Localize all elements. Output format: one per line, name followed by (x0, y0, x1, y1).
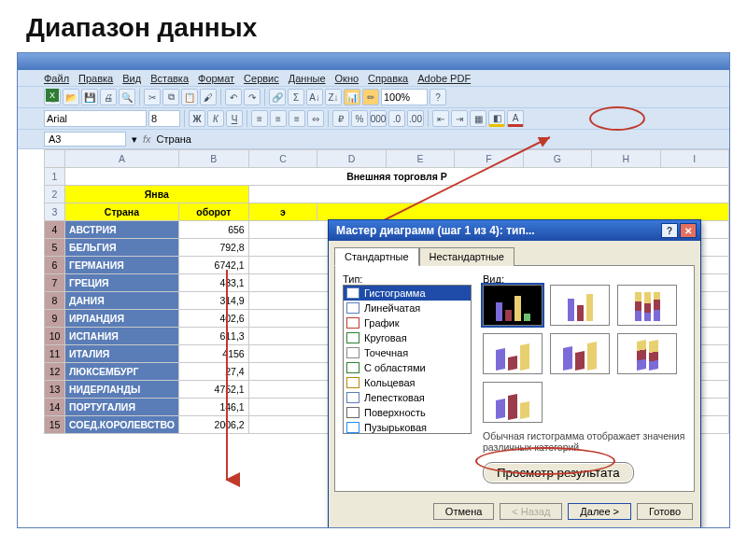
row-header[interactable]: 5 (45, 239, 65, 257)
chart-subtype-7[interactable] (483, 382, 543, 423)
cut-icon[interactable]: ✂ (144, 89, 161, 105)
column-header[interactable]: A (64, 150, 178, 168)
align-right-icon[interactable]: ≡ (289, 110, 305, 127)
tab-standard[interactable]: Стандартные (334, 247, 419, 266)
column-header[interactable]: I (660, 150, 728, 168)
indent-inc-icon[interactable]: ⇥ (451, 110, 468, 127)
underline-icon[interactable]: Ч (226, 110, 243, 127)
zoom-input[interactable] (381, 89, 428, 105)
percent-icon[interactable]: % (351, 110, 368, 127)
cancel-button[interactable]: Отмена (433, 503, 494, 520)
sort-desc-icon[interactable]: Z↓ (325, 89, 342, 105)
column-header[interactable]: B (178, 150, 248, 168)
chart-subtype-4[interactable] (483, 333, 543, 374)
menu-adobe-pdf[interactable]: Adobe PDF (417, 73, 471, 84)
chart-wizard-icon[interactable]: 📊 (344, 89, 360, 105)
cell-country[interactable]: АВСТРИЯ (64, 221, 178, 239)
font-name-input[interactable] (44, 110, 147, 127)
chart-subtype-1[interactable] (483, 285, 543, 326)
cell-value[interactable]: 792,8 (178, 239, 248, 257)
row-header[interactable]: 4 (45, 221, 65, 239)
cell-country[interactable]: ИСПАНИЯ (64, 328, 178, 345)
copy-icon[interactable]: ⧉ (162, 89, 179, 105)
menu-help[interactable]: Справка (368, 73, 408, 84)
preview-result-button[interactable]: Просмотр результата (483, 462, 634, 483)
help-icon[interactable]: ? (430, 89, 446, 105)
cell-country[interactable]: ГРЕЦИЯ (64, 274, 178, 292)
chart-type-option[interactable]: Точечная (344, 345, 471, 360)
cell-country[interactable]: БЕЛЬГИЯ (64, 239, 178, 257)
row-header[interactable]: 1 (45, 168, 65, 186)
cell-country[interactable]: ГЕРМАНИЯ (64, 257, 178, 274)
chart-subtype-3[interactable] (617, 285, 677, 326)
row-header[interactable]: 14 (45, 399, 65, 416)
menu-window[interactable]: Окно (335, 73, 359, 84)
paste-icon[interactable]: 📋 (181, 89, 198, 105)
cell-value[interactable]: 656 (178, 221, 248, 239)
currency-icon[interactable]: ₽ (332, 110, 349, 127)
row-header[interactable]: 13 (45, 381, 65, 399)
print-icon[interactable]: 🖨 (100, 89, 117, 105)
row-header[interactable]: 3 (45, 203, 65, 221)
preview-icon[interactable]: 🔍 (119, 89, 135, 105)
thousands-icon[interactable]: 000 (370, 110, 387, 127)
bold-icon[interactable]: Ж (189, 110, 205, 127)
cell-country[interactable]: ИРЛАНДИЯ (64, 310, 178, 328)
menu-edit[interactable]: Правка (78, 73, 113, 84)
row-header[interactable]: 2 (45, 186, 65, 203)
row-header[interactable]: 11 (45, 345, 65, 363)
name-box[interactable]: A3 (44, 132, 126, 147)
row-header[interactable]: 8 (45, 292, 65, 310)
menu-data[interactable]: Данные (289, 73, 326, 84)
dialog-titlebar[interactable]: Мастер диаграмм (шаг 1 из 4): тип... ? ✕ (329, 220, 700, 241)
chart-type-option[interactable]: Кольцевая (344, 375, 471, 390)
chart-type-option[interactable]: Поверхность (344, 405, 471, 420)
column-header[interactable]: C (248, 150, 317, 168)
font-color-icon[interactable]: A (507, 110, 524, 127)
menu-bar[interactable]: Файл Правка Вид Вставка Формат Сервис Да… (18, 70, 729, 86)
formula-value[interactable]: Страна (157, 133, 191, 145)
cell-country[interactable]: ИТАЛИЯ (64, 345, 178, 363)
menu-view[interactable]: Вид (122, 73, 141, 84)
autosum-icon[interactable]: Σ (288, 89, 304, 105)
align-center-icon[interactable]: ≡ (270, 110, 287, 127)
row-header[interactable]: 10 (45, 328, 65, 345)
row-header[interactable]: 15 (45, 416, 65, 434)
row-header[interactable]: 7 (45, 274, 65, 292)
dec-inc-icon[interactable]: .0 (388, 110, 405, 127)
chart-type-option[interactable]: Лепестковая (344, 390, 471, 405)
chart-subtype-5[interactable] (550, 333, 610, 374)
cell-country[interactable]: НИДЕРЛАНДЫ (64, 381, 178, 399)
column-header[interactable]: H (592, 150, 661, 168)
save-icon[interactable]: 💾 (81, 89, 98, 105)
cell-country[interactable]: ДАНИЯ (64, 292, 178, 310)
align-left-icon[interactable]: ≡ (251, 110, 268, 127)
menu-tools[interactable]: Сервис (244, 73, 279, 84)
open-icon[interactable]: 📂 (63, 89, 79, 105)
cell-country[interactable]: ЛЮКСЕМБУРГ (64, 363, 178, 381)
redo-icon[interactable]: ↷ (244, 89, 261, 105)
chart-type-list[interactable]: ГистограммаЛинейчатаяГрафикКруговаяТочеч… (343, 285, 472, 434)
drawing-icon[interactable]: ✏ (362, 89, 379, 105)
chart-type-option[interactable]: Линейчатая (344, 301, 471, 315)
chart-type-option[interactable]: Пузырьковая (344, 420, 471, 434)
cell-country[interactable]: СОЕД.КОРОЛЕВСТВО (64, 416, 178, 434)
row-header[interactable]: 6 (45, 257, 65, 274)
italic-icon[interactable]: К (207, 110, 224, 127)
next-button[interactable]: Далее > (568, 503, 631, 520)
menu-file[interactable]: Файл (44, 73, 69, 84)
chart-type-option[interactable]: Круговая (344, 330, 471, 345)
dec-dec-icon[interactable]: .00 (407, 110, 424, 127)
chart-subtype-2[interactable] (550, 285, 610, 326)
undo-icon[interactable]: ↶ (225, 89, 242, 105)
cell-country[interactable]: ПОРТУГАЛИЯ (64, 399, 178, 416)
format-painter-icon[interactable]: 🖌 (200, 89, 217, 105)
hyperlink-icon[interactable]: 🔗 (269, 89, 286, 105)
finish-button[interactable]: Готово (637, 503, 693, 520)
fill-color-icon[interactable]: ◧ (488, 110, 505, 127)
chart-type-option[interactable]: График (344, 315, 471, 330)
chart-type-option[interactable]: Гистограмма (344, 286, 471, 301)
font-size-input[interactable] (148, 110, 180, 127)
dialog-close-icon[interactable]: ✕ (680, 223, 697, 238)
sort-asc-icon[interactable]: A↓ (306, 89, 323, 105)
